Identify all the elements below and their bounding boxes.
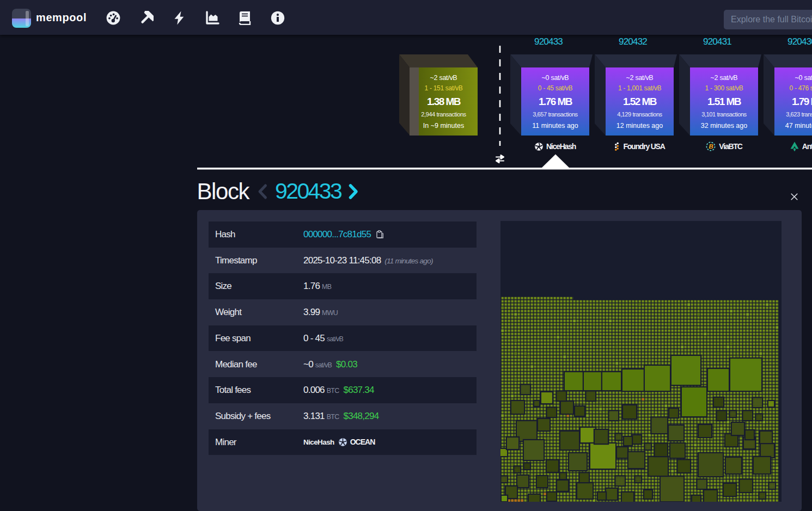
svg-text:B: B [709,143,713,150]
